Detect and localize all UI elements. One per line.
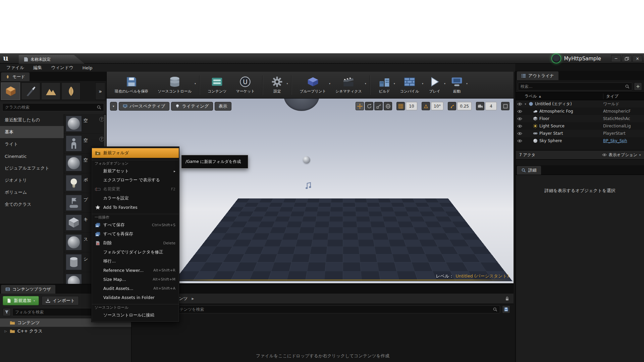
- menu-item-reference-viewer[interactable]: Reference Viewer... Alt+Shift+R: [92, 266, 179, 275]
- add-new-button[interactable]: 新規追加 ▾: [3, 296, 39, 305]
- column-header-type[interactable]: タイプ: [603, 94, 644, 99]
- foliage-mode-button[interactable]: [61, 82, 80, 100]
- menu-help[interactable]: Help: [83, 65, 93, 70]
- outliner-row-sky-sphere[interactable]: Sky Sphere BP_Sky_Sph: [516, 137, 644, 144]
- details-tab[interactable]: 詳細: [517, 166, 541, 175]
- menu-item-set-color[interactable]: カラーを設定: [92, 194, 179, 203]
- category-geometry[interactable]: ジオメトリ: [0, 174, 64, 186]
- rotate-tool-button[interactable]: [365, 102, 373, 110]
- paint-mode-button[interactable]: [21, 82, 40, 100]
- content-button[interactable]: コンテンツ: [203, 73, 231, 97]
- caret-icon[interactable]: ▷: [4, 329, 7, 333]
- menu-item-save-all[interactable]: すべて保存 Ctrl+Shift+S: [92, 221, 179, 230]
- outliner-tab[interactable]: アウトライナ: [517, 71, 558, 80]
- perspective-button[interactable]: パースペクティブ: [119, 102, 169, 111]
- menu-item-validate-assets[interactable]: Validate Assets in Folder: [92, 293, 179, 302]
- placeable-item[interactable]: 空 ?: [64, 114, 106, 134]
- outliner-search-input[interactable]: [521, 84, 623, 89]
- menu-item-resave-all[interactable]: すべてを再保存: [92, 230, 179, 239]
- landscape-mode-button[interactable]: [41, 82, 60, 100]
- category-all-classes[interactable]: 全てのクラス: [0, 198, 64, 210]
- column-header-label[interactable]: ラベル▲: [516, 94, 603, 99]
- tree-item-cpp-classes[interactable]: ▷ C++ クラス: [0, 327, 131, 335]
- category-visual-effects[interactable]: ビジュアルエフェクト: [0, 162, 64, 174]
- settings-button[interactable]: 設定▾: [266, 73, 288, 97]
- world-space-button[interactable]: [384, 102, 392, 110]
- menu-item-delete[interactable]: 削除 Delete: [92, 239, 179, 248]
- help-icon[interactable]: ?: [99, 137, 104, 141]
- menu-item-rename[interactable]: 名前変更 F2: [92, 185, 179, 194]
- category-lights[interactable]: ライト: [0, 138, 64, 150]
- grid-snap-toggle[interactable]: [396, 102, 405, 110]
- level-tab[interactable]: 名称未設定: [19, 55, 85, 64]
- menu-item-audit-assets[interactable]: Audit Assets... Alt+Shift+A: [92, 284, 179, 293]
- menu-window[interactable]: ウィンドウ: [51, 65, 73, 71]
- outliner-row-player-start[interactable]: Player Start PlayerStart: [516, 130, 644, 137]
- outliner-row-atmospheric-fog[interactable]: Atmospheric Fog AtmosphericF: [516, 108, 644, 115]
- menu-item-show-in-explorer[interactable]: エクスプローラー で表示する: [92, 176, 179, 185]
- restore-button[interactable]: [622, 55, 632, 62]
- scale-snap-value[interactable]: 0.25: [457, 102, 472, 110]
- visibility-eye-icon[interactable]: [516, 131, 523, 135]
- blueprint-link[interactable]: BP_Sky_Sph: [603, 138, 644, 143]
- launch-button[interactable]: 起動▾: [446, 73, 468, 97]
- grid-snap-value[interactable]: 10: [406, 102, 417, 110]
- menu-item-new-asset[interactable]: 新規アセット ▸: [92, 167, 179, 176]
- modes-tab[interactable]: モード: [1, 72, 30, 81]
- scale-tool-button[interactable]: [374, 102, 383, 110]
- minimize-button[interactable]: ─: [611, 55, 621, 62]
- class-search-input[interactable]: [5, 105, 95, 110]
- outliner-row-light-source[interactable]: Light Source DirectionalLig: [516, 122, 644, 130]
- close-button[interactable]: ×: [633, 55, 642, 62]
- menu-item-connect-source-control[interactable]: ソースコントロールに接続: [92, 311, 179, 320]
- camera-speed-value[interactable]: 4: [485, 102, 497, 110]
- save-level-button[interactable]: 現在のレベルを保存: [110, 73, 153, 97]
- scale-snap-toggle[interactable]: [448, 102, 456, 110]
- menu-item-fix-redirectors[interactable]: フォルダでリダイレクタを修正: [92, 248, 179, 257]
- source-control-button[interactable]: ソースコントロール▾: [153, 73, 196, 97]
- menu-item-migrate[interactable]: 移行...: [92, 257, 179, 266]
- camera-speed-button[interactable]: [476, 102, 484, 110]
- marketplace-button[interactable]: U マーケット: [231, 73, 259, 97]
- expander-icon[interactable]: ▾: [523, 103, 528, 106]
- lock-icon[interactable]: [505, 296, 509, 301]
- angle-snap-toggle[interactable]: [422, 102, 430, 110]
- outliner-row-floor[interactable]: Floor StaticMeshAc: [516, 115, 644, 122]
- visibility-eye-icon[interactable]: [516, 124, 523, 128]
- visibility-eye-icon[interactable]: [516, 109, 523, 113]
- content-browser-tab[interactable]: コンテンツブラウザ: [1, 285, 55, 294]
- compile-button[interactable]: コンパイル▾: [395, 73, 424, 97]
- save-search-button[interactable]: [502, 305, 510, 313]
- category-basic[interactable]: 基本: [0, 126, 64, 138]
- move-tool-button[interactable]: [356, 102, 364, 110]
- visibility-eye-icon[interactable]: [516, 139, 523, 143]
- outliner-add-button[interactable]: [634, 82, 642, 90]
- menu-item-add-to-favorites[interactable]: Add To Favorites: [92, 203, 179, 212]
- outliner-row-world[interactable]: ▾ Untitled (エディタ) ワールド: [516, 100, 644, 108]
- lighting-button[interactable]: ライティング: [171, 102, 213, 111]
- import-button[interactable]: インポート: [42, 296, 79, 305]
- place-mode-button[interactable]: [1, 82, 20, 100]
- menu-item-new-folder[interactable]: 新規フォルダ: [92, 148, 179, 158]
- visibility-eye-icon[interactable]: [516, 102, 523, 106]
- maximize-viewport-button[interactable]: [501, 102, 509, 110]
- visibility-eye-icon[interactable]: [516, 117, 523, 121]
- play-button[interactable]: プレイ▾: [424, 73, 446, 97]
- cinematics-button[interactable]: シネマティクス▾: [331, 73, 367, 97]
- show-button[interactable]: 表示: [215, 102, 231, 111]
- help-icon[interactable]: ?: [99, 117, 104, 122]
- angle-snap-value[interactable]: 10°: [431, 102, 443, 110]
- menu-edit[interactable]: 編集: [33, 65, 42, 71]
- category-cinematic[interactable]: Cinematic: [0, 150, 64, 162]
- category-recent[interactable]: 最近配置したもの: [0, 114, 64, 126]
- content-search-input[interactable]: [138, 307, 491, 312]
- blueprints-button[interactable]: ブループリント▾: [295, 73, 331, 97]
- view-options-button[interactable]: 表示オプション ▾: [602, 152, 641, 158]
- more-modes-button[interactable]: »: [95, 82, 105, 100]
- build-button[interactable]: ビルド▾: [373, 73, 395, 97]
- filter-button[interactable]: [3, 308, 11, 316]
- category-volumes[interactable]: ボリューム: [0, 186, 64, 198]
- viewport-options-button[interactable]: ▾: [110, 102, 117, 111]
- menu-file[interactable]: ファイル: [6, 65, 24, 71]
- menu-item-size-map[interactable]: Size Map... Alt+Shift+M: [92, 275, 179, 284]
